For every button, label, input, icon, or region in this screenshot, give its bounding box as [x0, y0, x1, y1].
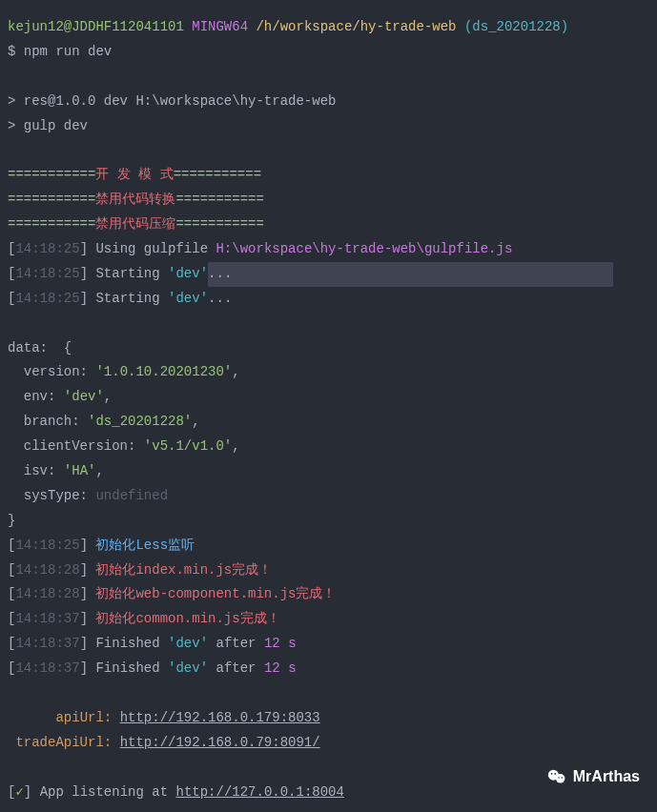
finished-line-1: [14:18:37] Finished 'dev' after 12 s	[8, 632, 649, 657]
timestamp: 14:18:25	[15, 291, 79, 306]
api-url-link[interactable]: http://192.168.0.179:8033	[120, 710, 320, 725]
svg-point-3	[554, 773, 556, 775]
banner-disable-compress: ===========禁用代码压缩===========	[8, 213, 649, 237]
data-client-version: clientVersion: 'v5.1/v1.0',	[8, 435, 649, 459]
data-isv: isv: 'HA',	[8, 459, 649, 484]
timestamp: 14:18:25	[15, 538, 79, 553]
trade-api-url-line: tradeApiUrl: http://192.168.0.79:8091/	[8, 731, 649, 756]
svg-point-4	[558, 777, 559, 778]
wechat-icon	[546, 766, 567, 787]
api-url-line: apiUrl: http://192.168.0.179:8033	[8, 706, 649, 731]
timestamp: 14:18:28	[15, 586, 79, 601]
check-icon: ✓	[15, 784, 23, 800]
gulpfile-path: H:\workspace\hy-trade-web\gulpfile.js	[216, 241, 512, 256]
timestamp: 14:18:28	[15, 562, 79, 578]
prompt-shell: MINGW64	[192, 19, 248, 34]
command-line: $ npm run dev	[8, 40, 649, 65]
npm-script-line-2: > gulp dev	[8, 114, 649, 139]
common-init-line: [14:18:37] 初始化common.min.js完成！	[8, 607, 649, 632]
prompt-path: /h/workspace/hy-trade-web	[256, 19, 456, 34]
data-object-close: }	[8, 509, 649, 534]
timestamp: 14:18:25	[15, 241, 79, 256]
data-object-open: data: {	[8, 336, 649, 361]
timestamp: 14:18:25	[15, 266, 79, 281]
finished-line-2: [14:18:37] Finished 'dev' after 12 s	[8, 657, 649, 681]
banner-disable-transform: ===========禁用代码转换===========	[8, 188, 649, 213]
prompt-branch: ds_20201228	[472, 19, 560, 34]
watermark-text: MrArthas	[573, 762, 640, 791]
prompt-user: kejun12@JDDHF112041101	[8, 19, 184, 34]
gulp-starting-line-1: [14:18:25] Starting 'dev'...	[8, 262, 649, 287]
prompt-branch-open: (	[457, 19, 473, 34]
index-init-line: [14:18:28] 初始化index.min.js完成！	[8, 558, 649, 583]
svg-point-2	[550, 773, 552, 775]
prompt-branch-close: )	[561, 19, 568, 34]
gulp-starting-line-2: [14:18:25] Starting 'dev'...	[8, 287, 649, 312]
svg-point-1	[556, 774, 565, 783]
webcomp-init-line: [14:18:28] 初始化web-component.min.js完成！	[8, 582, 649, 607]
listen-url-link[interactable]: http://127.0.0.1:8004	[175, 784, 343, 800]
gulp-using-line: [14:18:25] Using gulpfile H:\workspace\h…	[8, 237, 649, 262]
data-branch: branch: 'ds_20201228',	[8, 410, 649, 435]
banner-dev-mode: ===========开 发 模 式===========	[8, 163, 649, 188]
data-systype: sysType: undefined	[8, 484, 649, 509]
timestamp: 14:18:37	[15, 636, 79, 651]
timestamp: 14:18:37	[15, 660, 79, 676]
timestamp: 14:18:37	[15, 611, 79, 626]
trade-api-url-link[interactable]: http://192.168.0.79:8091/	[120, 735, 320, 750]
terminal-output[interactable]: kejun12@JDDHF112041101 MINGW64 /h/worksp…	[8, 15, 649, 805]
npm-script-line-1: > res@1.0.0 dev H:\workspace\hy-trade-we…	[8, 90, 649, 114]
data-version: version: '1.0.10.20201230',	[8, 360, 649, 385]
svg-point-5	[561, 777, 562, 778]
data-env: env: 'dev',	[8, 385, 649, 410]
prompt-line: kejun12@JDDHF112041101 MINGW64 /h/worksp…	[8, 15, 649, 40]
watermark: MrArthas	[546, 762, 640, 791]
less-init-line: [14:18:25] 初始化Less监听	[8, 534, 649, 558]
